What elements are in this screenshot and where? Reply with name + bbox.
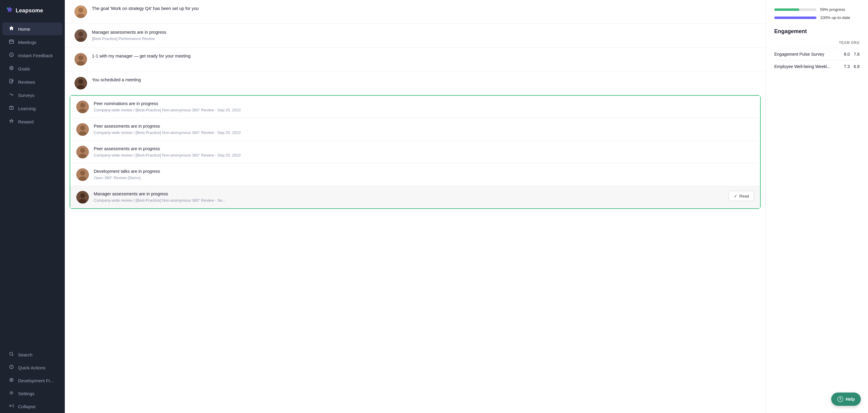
engagement-table: TEAM ORG Engagement Pulse Survey 8.0 7.6… — [774, 41, 860, 73]
main-content: The goal 'Work on strategy Q4' has been … — [65, 0, 868, 413]
svg-point-10 — [10, 352, 13, 355]
feed-title: Manager assessments are in progress — [94, 191, 724, 197]
svg-point-31 — [80, 126, 85, 130]
help-circle-icon: ? — [837, 396, 843, 402]
nav-collapse-label: Collapse — [18, 404, 36, 409]
development-icon — [8, 377, 14, 383]
nav-home[interactable]: Home — [2, 23, 62, 35]
progress-bar-fill-1 — [774, 8, 799, 11]
nav-reward[interactable]: Reward — [2, 115, 62, 128]
surveys-icon — [8, 92, 14, 98]
avatar — [76, 191, 89, 204]
nav-surveys-label: Surveys — [18, 93, 34, 98]
quick-actions-icon — [8, 365, 14, 371]
reviews-icon — [8, 79, 14, 85]
avatar — [76, 146, 89, 158]
feed-content: Peer nominations are in progress Company… — [94, 101, 754, 113]
read-button-label: Read — [739, 194, 749, 198]
right-panel: 59% progress 100% up-to-date Engagement … — [766, 0, 868, 413]
nav-development[interactable]: Development Fr... — [2, 374, 62, 387]
highlighted-section: Peer nominations are in progress Company… — [70, 95, 761, 209]
engagement-row-label-1: Engagement Pulse Survey — [774, 48, 838, 61]
feed-subtitle: Open 360° Review (Demo) — [94, 175, 754, 181]
feed-title: Peer assessments are in progress — [94, 146, 754, 152]
feed-title: The goal 'Work on strategy Q4' has been … — [92, 5, 756, 11]
svg-point-3 — [10, 53, 13, 57]
help-button[interactable]: ? Help — [831, 392, 861, 406]
nav-quick-actions[interactable]: Quick Actions — [2, 361, 62, 374]
progress-label-2: 100% up-to-date — [820, 15, 850, 20]
feed-subtitle: Company-wide review / [Best-Practice] No… — [94, 130, 754, 135]
feed-item-highlighted-last[interactable]: Manager assessments are in progress Comp… — [70, 186, 760, 208]
nav-reviews[interactable]: Reviews — [2, 75, 62, 88]
avatar — [74, 5, 87, 18]
svg-point-16 — [79, 8, 83, 13]
nav-meetings[interactable]: Meetings — [2, 36, 62, 48]
svg-point-8 — [11, 68, 12, 68]
feed-title: You scheduled a meeting — [92, 77, 756, 83]
avatar — [76, 101, 89, 113]
svg-point-37 — [80, 171, 85, 175]
search-icon — [8, 352, 14, 357]
svg-point-34 — [80, 148, 85, 153]
feed-title: Manager assessments are in progress — [92, 29, 756, 35]
engagement-row-label-2: Employee Well-being Weekl... — [774, 61, 838, 73]
avatar — [76, 123, 89, 136]
progress-bar-container-1 — [774, 8, 816, 11]
nav-learning[interactable]: Learning — [2, 102, 62, 115]
feed-content: 1-1 with my manager — get ready for your… — [92, 53, 756, 59]
feed-item[interactable]: Manager assessments are in progress [Bes… — [65, 24, 766, 47]
feed-item[interactable]: 1-1 with my manager — get ready for your… — [65, 47, 766, 71]
meetings-icon — [8, 39, 14, 45]
nav-quick-actions-label: Quick Actions — [18, 365, 45, 370]
collapse-icon — [8, 403, 14, 409]
feed-item-highlighted[interactable]: Peer assessments are in progress Company… — [70, 118, 760, 141]
read-button[interactable]: ✓ Read — [729, 191, 754, 201]
nav-reward-label: Reward — [18, 119, 34, 124]
engagement-row-org-2: 6.8 — [849, 61, 860, 73]
progress-row-2: 100% up-to-date — [774, 15, 860, 20]
avatar — [74, 53, 87, 66]
svg-point-40 — [80, 193, 85, 198]
nav-collapse[interactable]: Collapse — [2, 400, 62, 413]
nav-instant-feedback-label: Instant Feedback — [18, 53, 53, 58]
feed-action: ✓ Read — [729, 191, 754, 201]
goals-icon — [8, 66, 14, 72]
feed-content: Peer assessments are in progress Company… — [94, 123, 754, 135]
engagement-row-2[interactable]: Employee Well-being Weekl... 7.3 6.8 — [774, 61, 860, 73]
svg-point-4 — [10, 54, 11, 55]
nav-goals[interactable]: Goals — [2, 62, 62, 75]
feed-subtitle: [Best-Practice] Performance Review — [92, 36, 756, 41]
nav-instant-feedback[interactable]: Instant Feedback — [2, 49, 62, 62]
engagement-row-org-1: 7.6 — [849, 48, 860, 61]
engagement-col-name — [774, 41, 838, 48]
feed-item[interactable]: You scheduled a meeting — [65, 71, 766, 95]
nav-home-label: Home — [18, 27, 30, 32]
engagement-row-1[interactable]: Engagement Pulse Survey 8.0 7.6 — [774, 48, 860, 61]
nav-settings[interactable]: Settings — [2, 387, 62, 400]
feed-subtitle: Company-wide review / [Best-Practice] No… — [94, 152, 754, 158]
checkmark-icon: ✓ — [734, 194, 738, 198]
feed-title: Peer nominations are in progress — [94, 101, 754, 107]
progress-label-1: 59% progress — [820, 7, 845, 12]
feed-item-highlighted[interactable]: Peer nominations are in progress Company… — [70, 96, 760, 118]
svg-point-22 — [79, 56, 83, 60]
activity-feed: The goal 'Work on strategy Q4' has been … — [65, 0, 766, 413]
feed-item-highlighted[interactable]: Peer assessments are in progress Company… — [70, 141, 760, 164]
logo: Leapsome — [0, 0, 65, 22]
logo-text: Leapsome — [16, 7, 43, 14]
feed-item-highlighted[interactable]: Development talks are in progress Open 3… — [70, 164, 760, 186]
nav-search[interactable]: Search — [2, 348, 62, 361]
feed-content: You scheduled a meeting — [92, 77, 756, 83]
feed-subtitle: Company-wide review / [Best-Practice] No… — [94, 198, 724, 203]
settings-icon — [8, 390, 14, 397]
svg-point-13 — [11, 379, 12, 380]
logo-icon — [6, 6, 13, 15]
feed-content: Manager assessments are in progress Comp… — [94, 191, 724, 203]
nav-meetings-label: Meetings — [18, 40, 36, 45]
feed-item[interactable]: The goal 'Work on strategy Q4' has been … — [65, 0, 766, 24]
avatar — [76, 168, 89, 181]
engagement-title: Engagement — [774, 28, 860, 35]
nav-surveys[interactable]: Surveys — [2, 89, 62, 101]
avatar — [74, 29, 87, 42]
